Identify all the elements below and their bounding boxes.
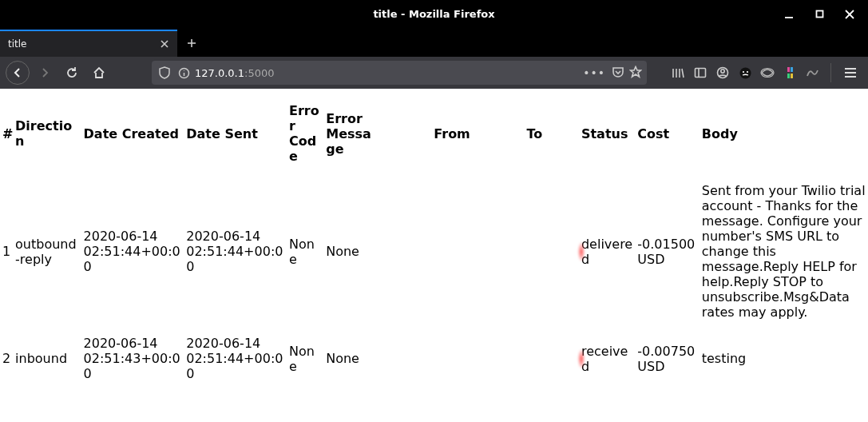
cell-date-sent: 2020-06-14 02:51:44+00:00 [184, 175, 287, 328]
cell-cost: -0.01500 USD [635, 175, 699, 328]
library-icon[interactable] [669, 64, 687, 82]
cell-error-code: None [287, 175, 323, 328]
svg-point-21 [742, 70, 743, 72]
status-text: delivered [581, 237, 632, 267]
bookmark-star-icon[interactable] [629, 66, 642, 81]
extension-icon-4[interactable] [803, 64, 821, 82]
forward-button[interactable] [32, 60, 57, 86]
cell-to [525, 328, 579, 389]
cell-to [525, 175, 579, 328]
cell-status: received [579, 328, 635, 389]
cell-date-created: 2020-06-14 02:51:43+00:00 [81, 328, 184, 389]
cell-body: Sent from your Twilio trial account - Th… [700, 175, 868, 328]
sidebar-icon[interactable] [692, 64, 709, 82]
cell-error-code: None [287, 328, 323, 389]
urlbar-actions: ••• [583, 66, 642, 81]
toolbar-extensions [669, 64, 821, 82]
minimize-button[interactable] [774, 0, 804, 28]
svg-rect-26 [787, 74, 790, 78]
cell-direction: outbound-reply [13, 175, 81, 328]
cell-date-created: 2020-06-14 02:51:44+00:00 [81, 175, 184, 328]
tab-strip: title [0, 28, 868, 57]
svg-line-15 [682, 69, 684, 78]
col-error-message: Error Message [323, 89, 379, 175]
cell-cost: -0.00750 USD [635, 328, 699, 389]
messages-table: # Direction Date Created Date Sent Error… [0, 89, 868, 389]
browser-tab[interactable]: title [0, 30, 177, 57]
page-actions-icon[interactable]: ••• [583, 66, 605, 79]
new-tab-button[interactable] [177, 30, 206, 57]
svg-marker-11 [631, 66, 641, 77]
window-title: title - Mozilla Firefox [0, 8, 868, 20]
svg-rect-25 [791, 67, 793, 72]
col-status: Status [579, 89, 635, 175]
cell-body: testing [700, 328, 868, 389]
col-direction: Direction [13, 89, 81, 175]
table-header-row: # Direction Date Created Date Sent Error… [0, 89, 868, 175]
cell-error-message: None [323, 175, 379, 328]
window-controls [774, 0, 865, 28]
svg-rect-16 [696, 69, 706, 78]
back-button[interactable] [5, 60, 30, 86]
tab-close-button[interactable] [158, 38, 171, 50]
svg-rect-24 [787, 67, 790, 72]
url-host: 127.0.0.1 [195, 67, 244, 79]
extension-icon-3[interactable] [781, 64, 799, 82]
svg-rect-1 [816, 11, 822, 18]
tracking-shield-icon[interactable] [157, 65, 172, 81]
url-bar[interactable]: 127.0.0.1:5000 ••• [152, 61, 647, 85]
cell-direction: inbound [13, 328, 81, 389]
page-content: # Direction Date Created Date Sent Error… [0, 89, 868, 422]
col-body: Body [700, 89, 868, 175]
col-to: To [525, 89, 579, 175]
svg-rect-27 [791, 74, 793, 78]
tab-label: title [8, 38, 26, 50]
status-text: received [581, 344, 628, 374]
svg-point-22 [746, 70, 747, 72]
close-button[interactable] [834, 0, 865, 28]
cell-date-sent: 2020-06-14 02:51:44+00:00 [184, 328, 287, 389]
cell-num: 1 [0, 175, 13, 328]
site-info-icon[interactable] [176, 65, 192, 81]
extension-icon-1[interactable] [736, 64, 754, 82]
account-icon[interactable] [714, 64, 731, 82]
col-cost: Cost [635, 89, 699, 175]
svg-point-20 [739, 67, 751, 78]
redaction-smudge [577, 241, 585, 262]
reload-button[interactable] [59, 60, 85, 86]
col-date-sent: Date Sent [184, 89, 287, 175]
reader-pocket-icon[interactable] [612, 66, 624, 81]
col-date-created: Date Created [81, 89, 184, 175]
table-row: 2 inbound 2020-06-14 02:51:43+00:00 2020… [0, 328, 868, 389]
toolbar-separator [830, 63, 831, 82]
maximize-button[interactable] [804, 0, 834, 28]
browser-toolbar: 127.0.0.1:5000 ••• [0, 57, 868, 89]
cell-status: delivered [579, 175, 635, 328]
col-from: From [380, 89, 525, 175]
table-row: 1 outbound-reply 2020-06-14 02:51:44+00:… [0, 175, 868, 328]
cell-from [380, 175, 525, 328]
window-titlebar: title - Mozilla Firefox [0, 0, 868, 28]
svg-point-19 [721, 70, 724, 73]
col-error-code: Error Code [287, 89, 323, 175]
home-button[interactable] [86, 60, 112, 86]
col-num: # [0, 89, 13, 175]
redaction-smudge [577, 348, 585, 369]
cell-error-message: None [323, 328, 379, 389]
cell-num: 2 [0, 328, 13, 389]
app-menu-button[interactable] [838, 60, 863, 86]
extension-icon-2[interactable] [759, 64, 776, 82]
cell-from [380, 328, 525, 389]
url-path: :5000 [244, 67, 274, 79]
